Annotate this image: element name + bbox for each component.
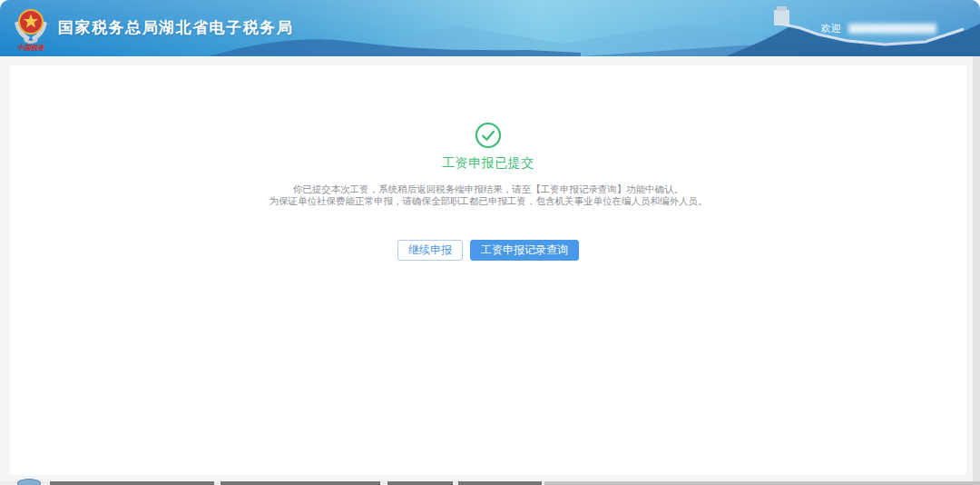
result-description-line2: 为保证单位社保费能正常申报，请确保全部职工都已申报工资，包含机关事业单位在编人员…: [270, 195, 708, 207]
submit-result-block: 工资申报已提交 你已提交本次工资，系统稍后返回税务端申报结果，请至【工资申报记录…: [10, 65, 966, 261]
result-title: 工资申报已提交: [442, 155, 534, 172]
continue-declare-button[interactable]: 继续申报: [397, 240, 463, 261]
result-description-line1: 你已提交本次工资，系统稍后返回税务端申报结果，请至【工资申报记录查询】功能中确认…: [270, 183, 708, 195]
taskbar-edge: [0, 481, 980, 485]
company-name-blurred: ████████████████: [848, 24, 936, 34]
content-panel: 工资申报已提交 你已提交本次工资，系统稍后返回税务端申报结果，请至【工资申报记录…: [10, 65, 966, 475]
salary-declare-record-query-button[interactable]: 工资申报记录查询: [470, 240, 579, 261]
scrollbar[interactable]: [973, 56, 980, 481]
logo-caption: 中国税务: [17, 44, 46, 52]
check-circle-icon: [475, 122, 502, 149]
action-buttons: 继续申报 工资申报记录查询: [397, 240, 579, 261]
app-window: 中国税务 国家税务总局湖北省电子税务局 欢迎 ████████████████ …: [0, 0, 980, 485]
taskbar-segment[interactable]: [220, 481, 380, 485]
header-banner: 中国税务 国家税务总局湖北省电子税务局 欢迎 ████████████████: [0, 0, 980, 56]
taskbar-segment[interactable]: [50, 481, 214, 485]
tax-emblem-icon: 中国税务: [13, 5, 49, 51]
welcome-label: 欢迎: [821, 22, 841, 35]
taskbar-segment[interactable]: [458, 481, 542, 485]
site-title: 国家税务总局湖北省电子税务局: [58, 0, 293, 56]
taskbar-segment[interactable]: [387, 481, 453, 485]
taskbar-segment[interactable]: [544, 481, 980, 485]
taskbar-app-icon[interactable]: [17, 479, 41, 485]
welcome-area: 欢迎 ████████████████: [821, 22, 936, 35]
result-description: 你已提交本次工资，系统稍后返回税务端申报结果，请至【工资申报记录查询】功能中确认…: [270, 183, 708, 207]
